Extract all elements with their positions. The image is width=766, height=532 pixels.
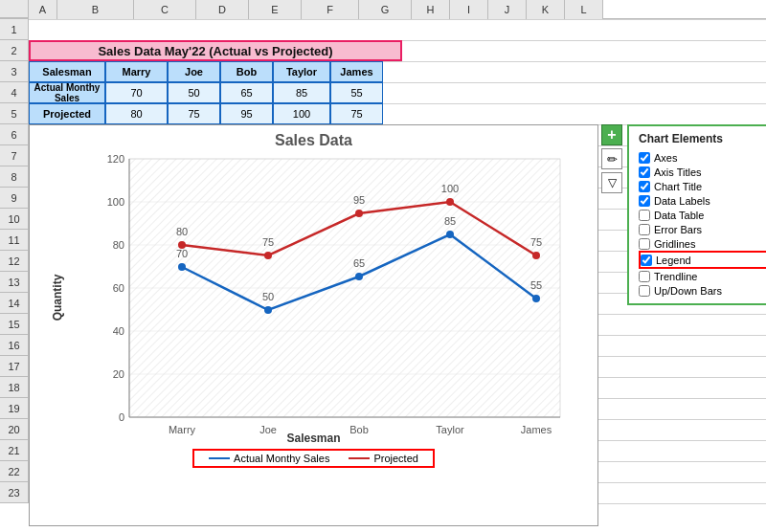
col-header-c: C (134, 0, 196, 19)
label-projected: Projected (29, 103, 105, 124)
svg-point-24 (355, 210, 363, 217)
proj-marry: 80 (105, 103, 168, 124)
svg-text:60: 60 (113, 282, 124, 294)
gridlines-checkbox[interactable] (639, 238, 650, 250)
spreadsheet-body: 1234567891011121314151617181920212223 Sa… (0, 19, 766, 503)
legend-label: Legend (656, 255, 691, 266)
label-actual: Actual Monthy Sales (29, 82, 105, 103)
grid-area: Sales Data May'22 (Actual vs Projected) … (29, 19, 766, 503)
svg-text:85: 85 (444, 215, 456, 227)
col-header-k: K (527, 0, 565, 19)
data-labels-checkbox[interactable] (639, 195, 650, 207)
proj-taylor: 100 (273, 103, 330, 124)
title-cell: Sales Data May'22 (Actual vs Projected) (29, 40, 402, 61)
svg-point-18 (264, 306, 272, 314)
row-header-17: 17 (0, 356, 29, 377)
legend-line-actual (209, 457, 230, 459)
grid-hline-0 (29, 19, 766, 20)
chart-elements-title: Chart Elements (639, 132, 766, 145)
element-updown-bars[interactable]: Up/Down Bars (639, 283, 766, 298)
proj-joe: 75 (168, 103, 220, 124)
element-chart-title[interactable]: Chart Title (639, 179, 766, 193)
element-trendline[interactable]: Trendline (639, 269, 766, 283)
row-header-7: 7 (0, 145, 29, 166)
col-header-d: D (196, 0, 249, 19)
trendline-checkbox[interactable] (639, 271, 650, 282)
svg-point-21 (532, 295, 540, 302)
chart-elements-panel: Chart Elements Axes Axis Titles Chart Ti… (627, 124, 766, 305)
col-header-e: E (249, 0, 302, 19)
svg-point-20 (446, 231, 454, 238)
axes-label: Axes (654, 152, 677, 164)
data-table-label: Data Table (654, 210, 704, 221)
row-header-23: 23 (0, 482, 29, 503)
spreadsheet: ABCDEFGHIJKL 123456789101112131415161718… (0, 0, 766, 532)
proj-bob: 95 (220, 103, 273, 124)
element-data-table[interactable]: Data Table (639, 208, 766, 222)
axis-titles-checkbox[interactable] (639, 166, 650, 178)
row-headers: 1234567891011121314151617181920212223 (0, 19, 29, 503)
svg-point-23 (264, 252, 272, 259)
header-james: James (330, 61, 383, 82)
actual-row: Actual Monthy Sales 70 50 65 85 55 (29, 82, 383, 103)
element-error-bars[interactable]: Error Bars (639, 222, 766, 236)
row-header-11: 11 (0, 230, 29, 251)
col-header-l: L (565, 0, 603, 19)
header-marry: Marry (105, 61, 168, 82)
updown-bars-checkbox[interactable] (639, 285, 650, 297)
chart-legend: Actual Monthy Sales Projected (192, 449, 435, 468)
svg-point-19 (355, 273, 363, 280)
chart-filter-button[interactable]: ▽ (601, 172, 622, 193)
header-taylor: Taylor (273, 61, 330, 82)
legend-line-projected (349, 457, 370, 459)
element-axes[interactable]: Axes (639, 150, 766, 165)
legend-label-projected: Projected (373, 453, 417, 464)
y-axis-label: Quantity (51, 275, 64, 321)
col-header-a: A (29, 0, 57, 19)
svg-point-17 (178, 263, 186, 271)
svg-text:80: 80 (176, 226, 188, 237)
chart-plot-area: Quantity (73, 154, 588, 441)
actual-taylor: 85 (273, 82, 330, 103)
header-joe: Joe (168, 61, 220, 82)
error-bars-checkbox[interactable] (639, 224, 650, 235)
chart-style-button[interactable]: ✏ (601, 148, 622, 169)
row-header-3: 3 (0, 61, 29, 82)
actual-joe: 50 (168, 82, 220, 103)
legend-projected: Projected (349, 453, 417, 464)
row-header-10: 10 (0, 209, 29, 230)
svg-text:100: 100 (441, 183, 459, 194)
projected-row: Projected 80 75 95 100 75 (29, 103, 383, 124)
trendline-label: Trendline (654, 271, 697, 282)
row-header-15: 15 (0, 314, 29, 335)
col-header-i: I (450, 0, 488, 19)
updown-bars-label: Up/Down Bars (654, 285, 722, 297)
data-table-checkbox[interactable] (639, 210, 650, 221)
row-header-1: 1 (0, 19, 29, 40)
svg-point-26 (532, 252, 540, 259)
svg-text:James: James (521, 424, 552, 435)
chart-svg: 0 20 40 60 80 100 120 (73, 154, 588, 441)
svg-text:Marry: Marry (169, 424, 196, 435)
legend-checkbox[interactable] (641, 255, 652, 266)
row-header-13: 13 (0, 272, 29, 293)
legend-label-actual: Actual Monthy Sales (234, 453, 329, 464)
element-legend[interactable]: Legend (639, 251, 766, 269)
axes-checkbox[interactable] (639, 152, 650, 164)
row-header-2: 2 (0, 40, 29, 61)
row-1 (29, 19, 766, 40)
row-header-8: 8 (0, 166, 29, 188)
col-header-f: F (302, 0, 359, 19)
chart-container[interactable]: Sales Data Quantity (29, 124, 598, 526)
row-header-16: 16 (0, 335, 29, 356)
row-header-19: 19 (0, 398, 29, 419)
element-data-labels[interactable]: Data Labels (639, 193, 766, 208)
svg-text:Bob: Bob (349, 424, 369, 435)
svg-text:70: 70 (176, 248, 188, 259)
svg-point-25 (446, 198, 454, 206)
chart-title-checkbox[interactable] (639, 181, 650, 192)
svg-text:100: 100 (107, 196, 124, 208)
element-gridlines[interactable]: Gridlines (639, 236, 766, 251)
add-chart-element-button[interactable]: + (601, 124, 622, 145)
element-axis-titles[interactable]: Axis Titles (639, 165, 766, 179)
